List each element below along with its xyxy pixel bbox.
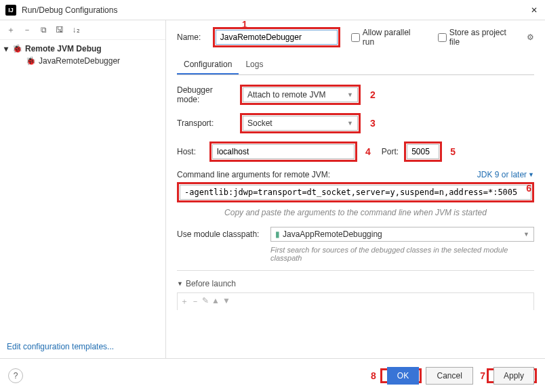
footer: ? 8 OK Cancel 7 Apply xyxy=(0,358,545,392)
annotation-3: 3 xyxy=(370,118,376,129)
tree-item-label: JavaRemoteDebugger xyxy=(39,56,120,66)
sort-icon[interactable]: ↓₂ xyxy=(69,23,83,37)
host-input[interactable] xyxy=(212,144,355,159)
host-label: Host: xyxy=(177,147,204,156)
sidebar-toolbar: ＋ － ⧉ 🖫 ↓₂ xyxy=(0,20,165,40)
collapse-icon: ▾ xyxy=(4,44,12,53)
intellij-icon: IJ xyxy=(5,5,16,16)
cmdline-label: Command line arguments for remote JVM: xyxy=(177,170,330,179)
tree-group-label: Remote JVM Debug xyxy=(25,44,102,53)
down-icon: ▼ xyxy=(222,296,230,307)
classpath-hint: First search for sources of the debugged… xyxy=(270,246,534,262)
debugger-mode-select[interactable]: Attach to remote JVM▼ xyxy=(243,87,358,102)
window-title: Run/Debug Configurations xyxy=(22,5,529,15)
cancel-button[interactable]: Cancel xyxy=(426,367,473,385)
annotation-8: 8 xyxy=(371,370,376,381)
annotation-7: 7 xyxy=(480,370,485,381)
ok-button[interactable]: OK xyxy=(387,367,419,385)
chevron-down-icon: ▼ xyxy=(347,120,353,127)
help-button[interactable]: ? xyxy=(8,368,23,383)
store-project-checkbox[interactable]: Store as project file xyxy=(438,28,519,47)
up-icon: ▲ xyxy=(211,296,220,307)
jdk-version-link[interactable]: JDK 9 or later ▼ xyxy=(477,170,534,179)
chevron-down-icon: ▼ xyxy=(177,280,183,287)
titlebar: IJ Run/Debug Configurations ✕ xyxy=(0,0,545,20)
chevron-down-icon: ▼ xyxy=(528,171,534,178)
port-input[interactable] xyxy=(407,144,439,159)
chevron-down-icon: ▼ xyxy=(523,231,529,238)
save-icon[interactable]: 🖫 xyxy=(53,23,66,37)
java-config-icon: 🐞 xyxy=(26,56,36,66)
transport-label: Transport: xyxy=(177,118,235,128)
edit-templates-link[interactable]: Edit configuration templates... xyxy=(7,342,114,351)
before-launch-section[interactable]: ▼ Before launch xyxy=(177,279,534,288)
add-icon[interactable]: ＋ xyxy=(180,296,188,307)
bug-icon: 🐞 xyxy=(12,44,22,53)
port-label: Port: xyxy=(382,147,399,156)
chevron-down-icon: ▼ xyxy=(347,91,353,98)
module-icon: ▮ xyxy=(275,230,280,239)
apply-button[interactable]: Apply xyxy=(493,367,534,385)
cmdline-input[interactable] xyxy=(180,185,531,200)
copy-hint: Copy and paste the arguments to the comm… xyxy=(177,208,534,217)
allow-parallel-checkbox[interactable]: Allow parallel run xyxy=(351,28,424,47)
before-launch-label: Before launch xyxy=(186,279,236,288)
tab-logs[interactable]: Logs xyxy=(239,56,270,74)
annotation-6: 6 xyxy=(526,183,531,194)
annotation-5: 5 xyxy=(450,146,456,157)
close-icon[interactable]: ✕ xyxy=(529,5,540,16)
debugger-mode-label: Debugger mode: xyxy=(177,85,235,104)
name-input[interactable] xyxy=(216,30,338,45)
allow-parallel-label: Allow parallel run xyxy=(363,28,424,47)
content-panel: 1 Name: Allow parallel run Store as proj… xyxy=(166,20,545,358)
transport-select[interactable]: Socket▼ xyxy=(243,116,358,131)
before-launch-toolbar: ＋ － ✎ ▲ ▼ xyxy=(177,292,534,310)
classpath-select[interactable]: ▮JavaAppRemoteDebugging ▼ xyxy=(270,227,534,242)
name-label: Name: xyxy=(177,32,207,42)
remove-icon[interactable]: － xyxy=(20,23,34,37)
tree-group-remote-jvm[interactable]: ▾ 🐞 Remote JVM Debug xyxy=(0,43,165,55)
edit-icon: ✎ xyxy=(202,296,209,307)
annotation-4: 4 xyxy=(365,146,371,157)
tabs: Configuration Logs xyxy=(177,56,534,75)
tree-item-javaremotedebugger[interactable]: 🐞 JavaRemoteDebugger xyxy=(0,55,165,67)
tab-configuration[interactable]: Configuration xyxy=(177,56,239,74)
annotation-1: 1 xyxy=(242,20,247,30)
gear-icon[interactable]: ⚙ xyxy=(527,32,534,42)
config-tree: ▾ 🐞 Remote JVM Debug 🐞 JavaRemoteDebugge… xyxy=(0,40,165,335)
store-project-label: Store as project file xyxy=(449,28,519,47)
classpath-label: Use module classpath: xyxy=(177,227,265,239)
add-icon[interactable]: ＋ xyxy=(4,23,18,37)
sidebar: ＋ － ⧉ 🖫 ↓₂ ▾ 🐞 Remote JVM Debug 🐞 JavaRe… xyxy=(0,20,166,358)
annotation-2: 2 xyxy=(370,89,376,100)
copy-icon[interactable]: ⧉ xyxy=(37,23,50,37)
remove-icon: － xyxy=(191,296,199,307)
